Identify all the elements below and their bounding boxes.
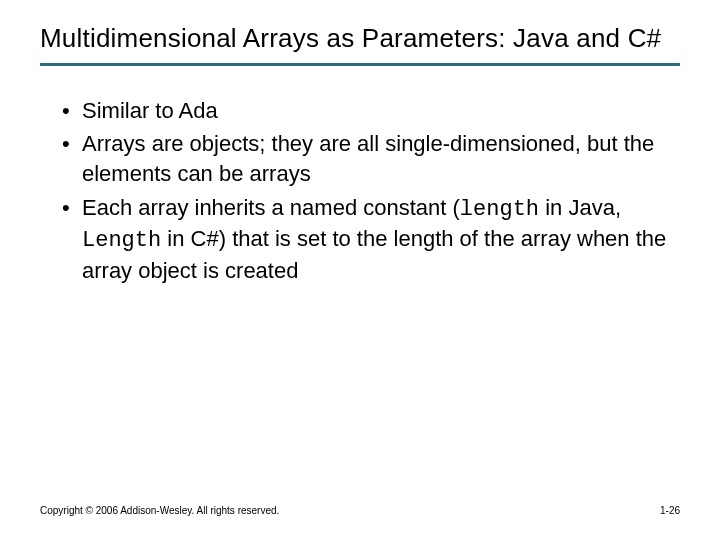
bullet-item: • Similar to Ada <box>62 96 680 126</box>
bullet-text-part: in C#) that is set to the length of the … <box>82 226 666 283</box>
bullet-item: • Each array inherits a named constant (… <box>62 193 680 286</box>
bullet-dot-icon: • <box>62 129 82 188</box>
page-number: 1-26 <box>660 505 680 516</box>
bullet-dot-icon: • <box>62 193 82 286</box>
code-text: Length <box>82 228 161 253</box>
bullet-text: Similar to Ada <box>82 96 680 126</box>
bullet-text-part: in Java, <box>539 195 621 220</box>
bullet-dot-icon: • <box>62 96 82 126</box>
bullet-text: Arrays are objects; they are all single-… <box>82 129 680 188</box>
slide: Multidimensional Arrays as Parameters: J… <box>0 0 720 540</box>
bullet-text-part: Each array inherits a named constant ( <box>82 195 460 220</box>
slide-title: Multidimensional Arrays as Parameters: J… <box>40 22 680 66</box>
slide-body: • Similar to Ada • Arrays are objects; t… <box>40 96 680 286</box>
bullet-text: Each array inherits a named constant (le… <box>82 193 680 286</box>
slide-footer: Copyright © 2006 Addison-Wesley. All rig… <box>40 505 680 516</box>
code-text: length <box>460 197 539 222</box>
bullet-item: • Arrays are objects; they are all singl… <box>62 129 680 188</box>
copyright-text: Copyright © 2006 Addison-Wesley. All rig… <box>40 505 279 516</box>
